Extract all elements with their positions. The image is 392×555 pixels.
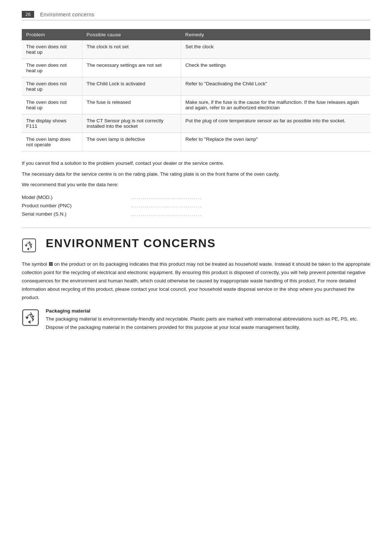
cell-remedy: Check the settings — [181, 59, 370, 77]
table-row: The oven does not heat upThe fuse is rel… — [22, 96, 370, 114]
data-field-dots: ................................... — [131, 195, 202, 200]
packaging-body: The packaging material is environmentall… — [46, 315, 370, 332]
cell-cause: The oven lamp is defective — [82, 133, 181, 151]
data-field-dots: ................................... — [131, 203, 202, 208]
table-row: The oven does not heat upThe clock is no… — [22, 40, 370, 59]
packaging-title: Packaging material — [46, 308, 370, 314]
table-row: The display shows F111The CT Sensor plug… — [22, 114, 370, 133]
table-row: The oven does not heat upThe Child Lock … — [22, 77, 370, 96]
cell-cause: The fuse is released — [82, 96, 181, 114]
packaging-recycle-icon — [22, 309, 39, 327]
data-fields: Model (MOD.)............................… — [22, 195, 370, 217]
environment-section: ENVIRONMENT CONCERNS — [22, 237, 370, 254]
environment-body: The symbol ⊠ on the product or on its pa… — [22, 260, 370, 302]
footer-recommend: We recommend that you write the data her… — [22, 181, 370, 189]
col-problem: Problem — [22, 29, 82, 40]
cell-remedy: Put the plug of core temperature sensor … — [181, 114, 370, 133]
cell-cause: The clock is not set — [82, 40, 181, 59]
data-field-row: Product number (PNC)....................… — [22, 203, 370, 208]
cell-problem: The oven does not heat up — [22, 96, 82, 114]
data-field-label: Model (MOD.) — [22, 195, 131, 200]
cell-cause: The CT Sensor plug is not correctly inst… — [82, 114, 181, 133]
page-header: 26 Environment concerns — [22, 11, 370, 20]
cell-remedy: Refer to "Deactivating the Child Lock" — [181, 77, 370, 96]
cell-remedy: Make sure, if the fuse is the cause for … — [181, 96, 370, 114]
cell-cause: The necessary settings are not set — [82, 59, 181, 77]
col-cause: Possible cause — [82, 29, 181, 40]
cell-problem: The oven lamp does not operate — [22, 133, 82, 151]
page-header-title: Environment concerns — [40, 12, 94, 17]
cell-problem: The display shows F111 — [22, 114, 82, 133]
data-field-row: Model (MOD.)............................… — [22, 195, 370, 200]
cell-remedy: Set the clock — [181, 40, 370, 59]
table-row: The oven lamp does not operateThe oven l… — [22, 133, 370, 151]
page-number: 26 — [22, 11, 34, 18]
troubleshooting-table: Problem Possible cause Remedy The oven d… — [22, 29, 370, 151]
cell-cause: The Child Lock is activated — [82, 77, 181, 96]
recycle-icon — [22, 238, 39, 254]
col-remedy: Remedy — [181, 29, 370, 40]
table-row: The oven does not heat upThe necessary s… — [22, 59, 370, 77]
data-field-row: Serial number (S.N.)....................… — [22, 211, 370, 217]
cell-problem: The oven does not heat up — [22, 40, 82, 59]
cell-problem: The oven does not heat up — [22, 77, 82, 96]
footer-line2: The necessary data for the service centr… — [22, 170, 370, 178]
packaging-section: Packaging material The packaging materia… — [22, 308, 370, 332]
footer-line1: If you cannot find a solution to the pro… — [22, 159, 370, 167]
data-field-label: Product number (PNC) — [22, 203, 131, 208]
environment-title-block: ENVIRONMENT CONCERNS — [46, 237, 216, 250]
section-divider — [22, 228, 370, 228]
packaging-content: Packaging material The packaging materia… — [46, 308, 370, 332]
data-field-dots: ................................... — [131, 211, 202, 217]
data-field-label: Serial number (S.N.) — [22, 211, 131, 217]
environment-title: ENVIRONMENT CONCERNS — [46, 237, 216, 250]
cell-problem: The oven does not heat up — [22, 59, 82, 77]
cell-remedy: Refer to "Replace the oven lamp" — [181, 133, 370, 151]
